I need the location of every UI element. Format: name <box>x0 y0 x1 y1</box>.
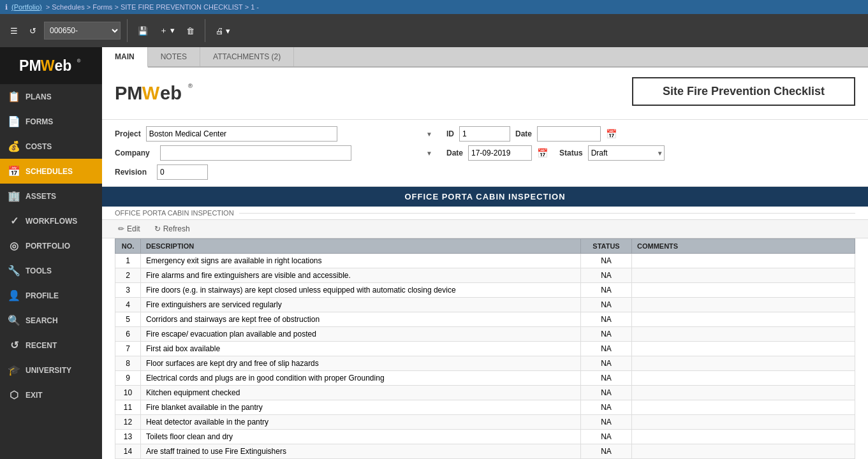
sidebar-item-profile[interactable]: 👤 PROFILE <box>0 283 102 308</box>
row-no: 8 <box>115 356 141 371</box>
assets-icon: 🏢 <box>8 190 20 202</box>
row-description: Floor surfaces are kept dry and free of … <box>141 356 581 371</box>
calendar-icon[interactable]: 📅 <box>606 129 617 139</box>
row-status: NA <box>581 342 632 356</box>
form-logo-svg: PM W eb ® <box>115 77 198 108</box>
edit-button[interactable]: ✏ Edit <box>115 222 143 235</box>
row-status: NA <box>581 400 632 415</box>
row-description: Fire blanket available in the pantry <box>141 400 581 415</box>
print-button[interactable]: 🖨 ▾ <box>212 24 235 38</box>
row-description: Kitchen equipment checked <box>141 386 581 400</box>
row-no: 7 <box>115 342 141 356</box>
sidebar-item-forms[interactable]: 📄 FORMS <box>0 109 102 134</box>
pmweb-logo-svg: PM W eb ® <box>19 54 83 78</box>
row-no: 11 <box>115 400 141 415</box>
row-comments <box>632 298 855 312</box>
row-description: Electrical cords and plugs are in good c… <box>141 371 581 386</box>
row-description: Fire extinguishers are serviced regularl… <box>141 298 581 312</box>
col-no: NO. <box>115 239 141 254</box>
row-no: 5 <box>115 312 141 327</box>
form-header: PM W eb ® Site Fire Prevention Checklist <box>102 68 868 120</box>
svg-text:PM: PM <box>19 57 41 74</box>
table-row: 11 Fire blanket available in the pantry … <box>115 400 855 415</box>
pmweb-logo: PM W eb ® <box>115 77 198 110</box>
sidebar-item-workflows[interactable]: ✓ WORKFLOWS <box>0 208 102 233</box>
portfolio-icon: ◎ <box>8 240 20 252</box>
costs-icon: 💰 <box>8 140 20 152</box>
sidebar-item-costs[interactable]: 💰 COSTS <box>0 134 102 159</box>
divider2 <box>205 19 205 42</box>
row-status: NA <box>581 415 632 430</box>
id-input[interactable] <box>459 126 510 142</box>
main-layout: PM W eb ® 📋 PLANS 📄 FORMS 💰 COSTS 📅 SCHE… <box>0 47 868 459</box>
portfolio-link[interactable]: (Portfolio) <box>11 3 42 11</box>
project-input[interactable] <box>146 126 337 142</box>
row-description: Emergency exit signs are available in ri… <box>141 254 581 268</box>
tab-attachments[interactable]: ATTACHMENTS (2) <box>200 47 294 66</box>
row-comments <box>632 283 855 298</box>
row-comments <box>632 327 855 342</box>
sidebar-label-portfolio: PORTFOLIO <box>26 242 70 251</box>
tab-main[interactable]: MAIN <box>102 47 148 68</box>
record-select[interactable]: 000650- <box>44 22 121 40</box>
sidebar-item-university[interactable]: 🎓 UNIVERSITY <box>0 358 102 382</box>
sidebar-item-exit[interactable]: ⬡ EXIT <box>0 382 102 407</box>
top-bar: ℹ (Portfolio) (Portfolio) > Schedules > … <box>0 0 868 14</box>
table-row: 1 Emergency exit signs are available in … <box>115 254 855 268</box>
table-row: 13 Toilets floor clean and dry NA <box>115 430 855 444</box>
row-comments <box>632 444 855 459</box>
company-label: Company <box>115 149 150 157</box>
workflows-icon: ✓ <box>8 215 20 227</box>
refresh-button[interactable]: ↻ Refresh <box>151 222 193 235</box>
row-description: Fire escape/ evacuation plan available a… <box>141 327 581 342</box>
row-no: 10 <box>115 386 141 400</box>
save-button[interactable]: 💾 <box>134 24 152 38</box>
table-row: 6 Fire escape/ evacuation plan available… <box>115 327 855 342</box>
sidebar-item-tools[interactable]: 🔧 TOOLS <box>0 258 102 283</box>
sidebar-label-search: SEARCH <box>26 316 58 325</box>
list-button[interactable]: ☰ <box>6 24 22 38</box>
sidebar-label-costs: COSTS <box>26 142 52 151</box>
row-comments <box>632 312 855 327</box>
revision-input[interactable] <box>157 164 208 180</box>
sidebar-label-tools: TOOLS <box>26 266 52 275</box>
row-no: 14 <box>115 444 141 459</box>
calendar2-icon[interactable]: 📅 <box>537 148 548 158</box>
table-row: 14 Are staff trained to use Fire Extingu… <box>115 444 855 459</box>
row-no: 1 <box>115 254 141 268</box>
svg-text:®: ® <box>188 82 193 89</box>
row-no: 3 <box>115 283 141 298</box>
sidebar-item-portfolio[interactable]: ◎ PORTFOLIO <box>0 233 102 258</box>
exit-icon: ⬡ <box>8 389 20 401</box>
add-button[interactable]: ＋ ▾ <box>156 22 179 39</box>
breadcrumb: (Portfolio) (Portfolio) > Schedules > Fo… <box>11 3 259 11</box>
refresh-icon: ↻ <box>154 224 161 233</box>
sidebar-label-plans: PLANS <box>26 92 52 101</box>
date-input[interactable] <box>537 126 601 142</box>
id-label: ID <box>446 129 454 138</box>
sidebar-item-plans[interactable]: 📋 PLANS <box>0 84 102 109</box>
row-description: Fire doors (e.g. in stairways) are kept … <box>141 283 581 298</box>
tab-notes[interactable]: NOTES <box>148 47 200 66</box>
sidebar-label-recent: RECENT <box>26 341 57 350</box>
delete-button[interactable]: 🗑 <box>182 24 198 38</box>
table-row: 12 Heat detector available in the pantry… <box>115 415 855 430</box>
row-description: Are staff trained to use Fire Extinguish… <box>141 444 581 459</box>
sidebar-label-schedules: SCHEDULES <box>26 167 73 176</box>
status-label: Status <box>559 149 583 157</box>
company-input[interactable] <box>160 145 351 161</box>
row-description: First aid box available <box>141 342 581 356</box>
sidebar-item-schedules[interactable]: 📅 SCHEDULES <box>0 159 102 184</box>
row-comments <box>632 371 855 386</box>
recent-icon: ↺ <box>8 339 20 351</box>
sidebar-item-search[interactable]: 🔍 SEARCH <box>0 308 102 333</box>
sidebar-label-assets: ASSETS <box>26 192 56 201</box>
sidebar-item-recent[interactable]: ↺ RECENT <box>0 333 102 358</box>
history-button[interactable]: ↺ <box>26 24 40 38</box>
status-input[interactable] <box>588 145 665 161</box>
date2-input[interactable] <box>468 145 532 161</box>
sidebar-item-assets[interactable]: 🏢 ASSETS <box>0 184 102 208</box>
table-row: 4 Fire extinguishers are serviced regula… <box>115 298 855 312</box>
search-icon: 🔍 <box>8 314 20 326</box>
form-title: Site Fire Prevention Checklist <box>663 85 825 98</box>
